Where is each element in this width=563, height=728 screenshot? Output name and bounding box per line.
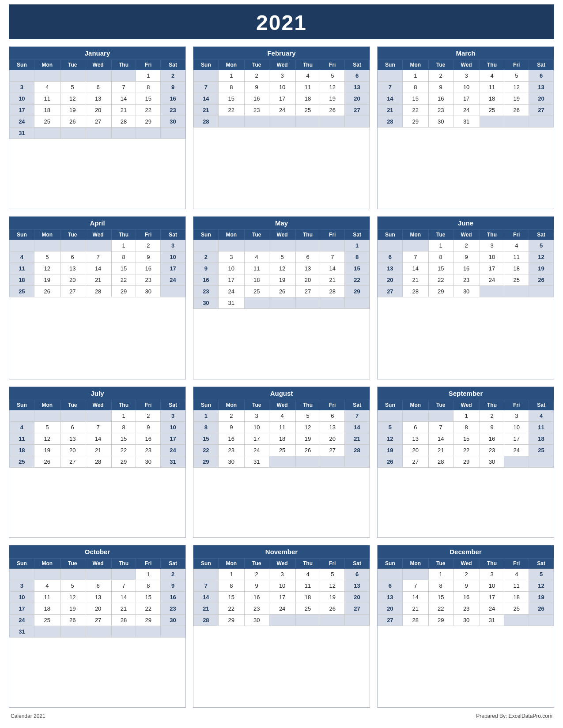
day-cell: 8 — [111, 251, 136, 263]
day-cell: 16 — [480, 433, 504, 444]
day-cell: 25 — [34, 614, 60, 626]
day-cell: 29 — [136, 614, 161, 626]
day-cell — [60, 626, 85, 637]
day-header-sat: Sat — [161, 558, 185, 568]
day-header-tue: Tue — [428, 558, 453, 568]
week-row: 45678910 — [10, 251, 185, 263]
day-cell: 5 — [320, 568, 345, 580]
day-cell: 8 — [218, 82, 244, 93]
day-cell: 21 — [402, 274, 428, 286]
day-cell: 26 — [529, 603, 554, 614]
week-row: 17181920212223 — [10, 603, 185, 614]
day-cell: 4 — [504, 568, 529, 580]
day-cell: 16 — [453, 263, 480, 274]
day-header-tue: Tue — [428, 400, 453, 410]
calendar-table: SunMonTueWedThuFriSat1234567891011121314… — [378, 229, 554, 297]
day-cell: 19 — [60, 105, 85, 116]
day-cell: 6 — [402, 421, 428, 433]
day-cell: 7 — [402, 251, 428, 263]
day-header-wed: Wed — [85, 60, 111, 70]
day-cell — [111, 70, 136, 82]
week-row: 21222324252627 — [378, 105, 554, 116]
day-cell: 16 — [218, 433, 244, 444]
day-cell: 2 — [161, 70, 185, 82]
day-cell: 28 — [402, 614, 428, 626]
day-cell: 10 — [218, 263, 244, 274]
day-cell: 23 — [218, 444, 244, 456]
day-cell: 7 — [402, 580, 428, 591]
week-row: 78910111213 — [194, 580, 370, 591]
day-cell: 1 — [111, 410, 136, 421]
day-cell — [295, 614, 320, 626]
day-cell: 18 — [244, 274, 269, 286]
day-cell: 18 — [504, 591, 529, 603]
day-header-sat: Sat — [529, 60, 554, 70]
day-cell: 1 — [136, 70, 161, 82]
month-block-may: MaySunMonTueWedThuFriSat1234567891011121… — [193, 216, 370, 379]
day-cell: 19 — [378, 444, 403, 456]
week-row: 1234567 — [194, 410, 370, 421]
day-cell: 29 — [453, 456, 480, 467]
day-header-fri: Fri — [136, 558, 161, 568]
week-row: 123 — [10, 410, 185, 421]
day-cell: 25 — [269, 444, 295, 456]
day-cell: 6 — [60, 421, 85, 433]
day-cell: 27 — [60, 456, 85, 467]
day-cell — [378, 70, 403, 82]
day-cell: 17 — [269, 93, 295, 105]
day-header-wed: Wed — [85, 558, 111, 568]
day-cell — [60, 410, 85, 421]
day-cell: 19 — [34, 444, 60, 456]
day-cell — [428, 410, 453, 421]
day-cell: 9 — [161, 82, 185, 93]
day-header-sat: Sat — [529, 558, 554, 568]
week-row: 2728293031 — [378, 614, 554, 626]
day-cell — [269, 297, 295, 309]
day-cell — [85, 626, 111, 637]
day-cell: 25 — [529, 444, 554, 456]
day-cell: 3 — [269, 568, 295, 580]
day-header-sat: Sat — [345, 558, 370, 568]
day-cell: 14 — [378, 93, 403, 105]
day-cell: 18 — [34, 603, 60, 614]
day-cell: 28 — [111, 116, 136, 128]
day-cell: 1 — [111, 240, 136, 251]
day-cell: 12 — [34, 433, 60, 444]
day-cell: 27 — [85, 116, 111, 128]
week-row: 24252627282930 — [10, 116, 185, 128]
day-cell: 25 — [480, 105, 504, 116]
day-cell: 9 — [428, 82, 453, 93]
day-cell: 14 — [194, 591, 219, 603]
day-cell: 30 — [136, 456, 161, 467]
month-title: May — [193, 217, 370, 229]
month-block-january: JanuarySunMonTueWedThuFriSat123456789101… — [9, 46, 186, 209]
week-row: 17181920212223 — [10, 105, 185, 116]
day-cell: 10 — [10, 93, 34, 105]
day-header-sun: Sun — [194, 230, 219, 240]
day-cell: 6 — [320, 410, 345, 421]
day-cell: 17 — [480, 591, 504, 603]
day-header-sun: Sun — [10, 230, 34, 240]
day-cell: 9 — [194, 263, 219, 274]
day-cell: 21 — [194, 603, 219, 614]
week-row: 20212223242526 — [378, 603, 554, 614]
day-cell: 21 — [85, 274, 111, 286]
day-cell — [295, 456, 320, 467]
day-header-thu: Thu — [480, 60, 504, 70]
day-cell — [269, 116, 295, 128]
day-cell: 27 — [378, 286, 403, 297]
day-cell: 24 — [218, 286, 244, 297]
day-header-tue: Tue — [428, 60, 453, 70]
day-cell: 11 — [504, 251, 529, 263]
day-cell — [34, 240, 60, 251]
day-cell — [345, 614, 370, 626]
day-header-wed: Wed — [269, 230, 295, 240]
day-header-mon: Mon — [218, 558, 244, 568]
day-header-thu: Thu — [480, 230, 504, 240]
week-row: 12131415161718 — [378, 433, 554, 444]
day-header-thu: Thu — [295, 60, 320, 70]
day-cell: 10 — [504, 421, 529, 433]
day-cell: 13 — [378, 591, 403, 603]
day-cell: 27 — [320, 444, 345, 456]
day-cell: 21 — [378, 105, 403, 116]
